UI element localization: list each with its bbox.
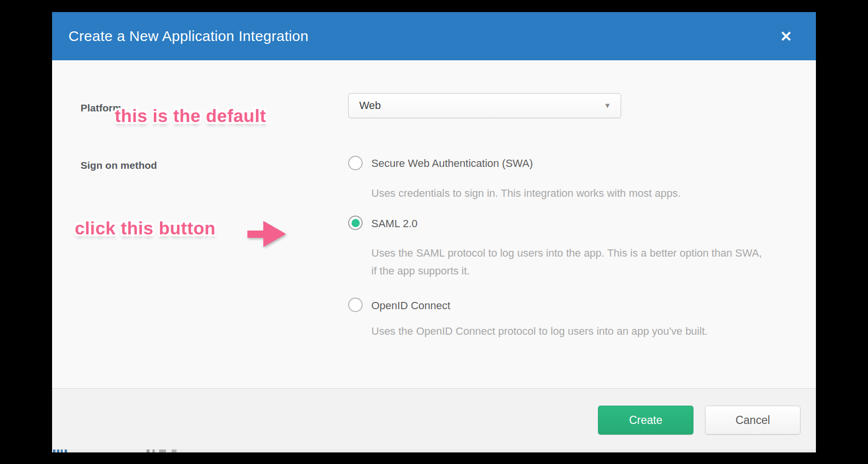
chevron-down-icon: ▼ [604,94,611,118]
right-arrow-icon [247,221,286,247]
create-button[interactable]: Create [598,406,693,435]
annotation-click-note: click this button [75,218,216,239]
close-icon[interactable]: ✕ [777,28,795,45]
clipped-artifact [172,450,176,452]
radio-saml-label[interactable]: SAML 2.0 [371,217,418,231]
annotation-default-note: this is the default [115,106,266,126]
screenshot-stage: Create a New Application Integration ✕ P… [0,0,868,464]
clipped-artifact [65,450,67,452]
radio-swa-description: Uses credentials to sign in. This integr… [371,184,767,202]
clipped-page-artifacts [52,449,816,452]
clipped-artifact [61,450,63,452]
radio-openid[interactable] [348,298,363,312]
radio-openid-label[interactable]: OpenID Connect [371,299,450,313]
platform-dropdown[interactable]: Web ▼ [348,93,621,118]
clipped-artifact [57,450,59,452]
radio-openid-description: Uses the OpenID Connect protocol to log … [371,322,767,340]
modal-footer: Create Cancel [52,388,816,449]
cancel-button[interactable]: Cancel [705,406,800,435]
arrow-head [263,221,286,247]
radio-saml-description: Uses the SAML protocol to log users into… [371,244,767,280]
modal-title: Create a New Application Integration [68,12,309,60]
radio-swa-label[interactable]: Secure Web Authentication (SWA) [371,156,533,171]
modal-header: Create a New Application Integration ✕ [52,12,816,60]
sign-on-method-label: Sign on method [81,160,157,171]
radio-saml-selected[interactable] [348,216,363,230]
clipped-artifact [53,450,55,452]
clipped-artifact [152,450,155,452]
radio-swa[interactable] [348,156,363,170]
clipped-artifact [159,450,166,452]
clipped-artifact [147,450,149,452]
platform-dropdown-value: Web [359,94,381,118]
